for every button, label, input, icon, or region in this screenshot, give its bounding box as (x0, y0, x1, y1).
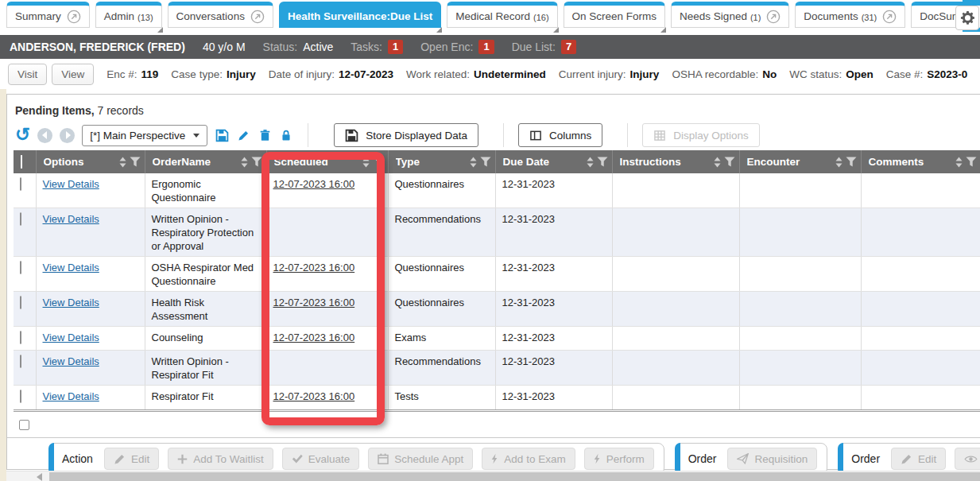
edit-button[interactable]: Edit (104, 448, 159, 470)
view-details-link[interactable]: View Details (43, 262, 99, 273)
delete-perspective-icon[interactable] (258, 128, 272, 142)
grid-icon (653, 130, 666, 142)
scheduled-link[interactable]: 12-07-2023 16:00 (273, 390, 355, 402)
tasks-count-badge[interactable]: 1 (388, 40, 403, 54)
undo-icon[interactable]: ↺ (15, 126, 30, 143)
tab-count: (13) (138, 13, 153, 22)
lock-perspective-icon[interactable] (279, 128, 293, 142)
scroll-left-icon[interactable] (37, 473, 42, 481)
col-header-options[interactable]: Options (36, 150, 145, 173)
save-icon (345, 129, 358, 142)
col-header-encounter[interactable]: Encounter (739, 150, 861, 173)
view-button[interactable]: View (52, 64, 94, 85)
row-checkbox[interactable] (20, 355, 21, 368)
tab-on-screen-forms[interactable]: On Screen Forms (564, 2, 666, 28)
sort-icon[interactable] (955, 157, 963, 168)
row-checkbox[interactable] (20, 177, 21, 191)
columns-button[interactable]: Columns (518, 123, 602, 147)
col-header-due-date[interactable]: Due Date (495, 150, 612, 173)
tab-conversations[interactable]: Conversations (168, 2, 273, 28)
sort-icon[interactable] (362, 157, 370, 168)
view-details-link[interactable]: View Details (43, 332, 99, 343)
col-header-instructions[interactable]: Instructions (612, 150, 739, 173)
sort-icon[interactable] (713, 157, 722, 168)
edit-button[interactable]: Edit (891, 448, 946, 470)
tab-needs-signed[interactable]: Needs Signed(1) (671, 2, 789, 28)
cell-order-name: Respirator Fit (145, 386, 266, 410)
field-date-of-injury: Date of injury:12-07-2023 (269, 68, 393, 80)
scrollbar-thumb[interactable] (49, 472, 980, 481)
sort-icon[interactable] (586, 157, 595, 168)
filter-icon[interactable] (480, 157, 491, 167)
row-checkbox[interactable] (20, 331, 21, 344)
cell-due-date: 12-31-2023 (495, 257, 612, 292)
row-checkbox[interactable] (20, 261, 21, 274)
button-label: Edit (918, 453, 936, 465)
tab-summary[interactable]: Summary (6, 2, 90, 28)
filter-icon[interactable] (251, 157, 262, 167)
nav-back-button[interactable] (37, 128, 52, 143)
filter-icon[interactable] (966, 157, 977, 167)
schedule-appt-button[interactable]: Schedule Appt (368, 448, 473, 470)
view-details-link[interactable]: View Details (43, 355, 99, 367)
sort-icon[interactable] (240, 157, 249, 168)
edit-perspective-icon[interactable] (236, 128, 250, 142)
field-case: Case #:S2023-0 (886, 68, 968, 80)
row-checkbox[interactable] (20, 390, 21, 403)
tab-documents[interactable]: Documents(31) (795, 2, 905, 28)
view-details-link[interactable]: View Details (43, 178, 99, 190)
add-to-exam-button[interactable]: Add to Exam (482, 448, 575, 470)
col-header-ordername[interactable]: OrderName (145, 150, 266, 173)
scheduled-link[interactable]: 12-07-2023 16:00 (273, 262, 355, 273)
save-perspective-icon[interactable] (215, 128, 229, 142)
row-checkbox[interactable] (20, 296, 21, 309)
filter-icon[interactable] (724, 157, 735, 167)
add-to-waitlist-button[interactable]: Add To Waitlist (168, 448, 273, 470)
row-checkbox[interactable] (20, 212, 21, 226)
display-options-button[interactable]: Display Options (642, 123, 760, 147)
evaluate-button[interactable]: Evaluate (282, 448, 360, 470)
store-displayed-data-button[interactable]: Store Displayed Data (334, 123, 478, 147)
filter-icon[interactable] (846, 157, 857, 167)
field-label: Case #: (886, 68, 924, 80)
field-value: Undetermined (474, 68, 546, 80)
scheduled-link[interactable]: 12-07-2023 16:00 (273, 297, 355, 308)
open-enc-count-badge[interactable]: 1 (478, 40, 494, 54)
col-header-scheduled[interactable]: Scheduled (266, 150, 388, 173)
sort-icon[interactable] (469, 157, 478, 168)
col-header-type[interactable]: Type (388, 150, 495, 173)
filter-icon[interactable] (373, 157, 384, 167)
perspective-select[interactable]: [*] Main Perspective (82, 125, 207, 146)
visit-button[interactable]: Visit (8, 64, 47, 85)
sort-icon[interactable] (118, 157, 127, 168)
s-button[interactable]: S (955, 448, 980, 470)
tab-health-surveillance-due-list[interactable]: Health Surveillance:Due List (279, 2, 441, 28)
field-wc-status: WC status:Open (789, 68, 873, 80)
cell-scheduled: 12-07-2023 16:00 (266, 292, 388, 327)
perform-button[interactable]: Perform (584, 448, 654, 470)
chevron-right-icon (66, 131, 71, 139)
view-details-link[interactable]: View Details (43, 213, 99, 225)
tab-count: (1) (750, 13, 761, 22)
button-label: Edit (131, 453, 149, 465)
col-header-comments[interactable]: Comments (861, 150, 980, 173)
scheduled-link[interactable]: 12-07-2023 16:00 (273, 178, 355, 190)
requisition-button[interactable]: Requisition (727, 448, 817, 470)
filter-icon[interactable] (130, 157, 141, 167)
tab-admin[interactable]: Admin(13) (95, 2, 162, 28)
nav-forward-button[interactable] (60, 128, 75, 143)
horizontal-scrollbar[interactable] (6, 471, 980, 481)
panel-title-text: Pending Items, (15, 104, 95, 117)
settings-button[interactable] (955, 6, 979, 30)
view-details-link[interactable]: View Details (43, 390, 99, 402)
due-list-count-badge[interactable]: 7 (561, 40, 576, 54)
select-all-checkbox[interactable] (21, 155, 22, 169)
sort-icon[interactable] (835, 157, 843, 168)
cell-scheduled: 12-07-2023 16:00 (266, 386, 388, 410)
footer-checkbox[interactable] (19, 420, 29, 430)
scheduled-link[interactable]: 12-07-2023 16:00 (273, 332, 355, 343)
view-details-link[interactable]: View Details (43, 297, 99, 308)
filter-icon[interactable] (597, 157, 608, 167)
popout-icon (766, 10, 781, 24)
tab-medical-record[interactable]: Medical Record(16) (447, 2, 557, 28)
